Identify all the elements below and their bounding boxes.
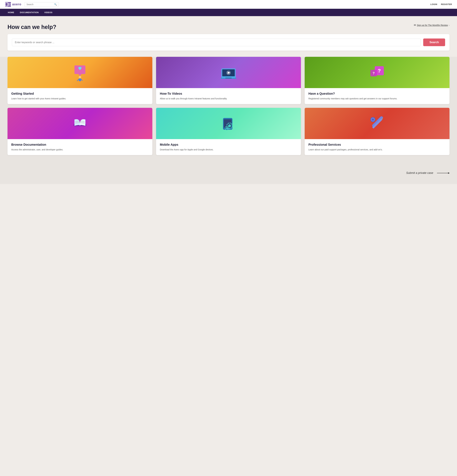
header-left: axero 🔍 — [5, 2, 59, 7]
main-nav: HOME DOCUMENTATION VIDEOS — [0, 9, 457, 16]
nav-documentation[interactable]: DOCUMENTATION — [17, 9, 42, 16]
card-body-howto: How-To Videos Allow us to walk you throu… — [156, 88, 301, 104]
mobile-illustration — [218, 113, 239, 134]
card-title-question: Have a Question? — [308, 92, 446, 95]
professional-illustration — [367, 113, 387, 134]
search-section: Search — [0, 30, 457, 57]
card-have-a-question[interactable]: ? ? Have a Question? Registered communit… — [305, 57, 449, 104]
card-desc-howto: Allow us to walk you through Axero Intra… — [160, 97, 297, 100]
browse-illustration — [70, 113, 90, 134]
search-icon: 🔍 — [54, 3, 57, 6]
search-box: Search — [8, 34, 449, 51]
card-title-browse: Browse Documentation — [11, 143, 149, 146]
question-illustration: ? ? — [367, 62, 387, 83]
card-desc-getting-started: Learn how to get started with your Axero… — [11, 97, 149, 100]
card-body-professional: Professional Services Learn about our pa… — [305, 139, 449, 155]
card-body-mobile: Mobile Apps Download the Axero app for A… — [156, 139, 301, 155]
card-title-getting-started: Getting Started — [11, 92, 149, 95]
card-title-mobile: Mobile Apps — [160, 143, 297, 146]
card-title-howto: How-To Videos — [160, 92, 297, 95]
card-title-professional: Professional Services — [308, 143, 446, 146]
svg-text:?: ? — [378, 68, 381, 74]
cards-section: Getting Started Learn how to get started… — [0, 57, 457, 168]
register-link[interactable]: REGISTER — [441, 3, 452, 6]
card-desc-question: Registered community members may ask que… — [308, 97, 446, 100]
card-body-question: Have a Question? Registered community me… — [305, 88, 449, 104]
card-professional-services[interactable]: Professional Services Learn about our pa… — [305, 108, 449, 155]
card-browse-documentation[interactable]: Browse Documentation Access the administ… — [8, 108, 152, 155]
card-mobile-apps[interactable]: Mobile Apps Download the Axero app for A… — [156, 108, 301, 155]
header-search-input[interactable] — [26, 3, 53, 6]
card-image-professional — [305, 108, 449, 139]
svg-marker-3 — [78, 74, 82, 76]
svg-point-35 — [372, 119, 374, 121]
footer-area: Submit a private case — [0, 168, 457, 184]
getting-started-illustration — [70, 62, 90, 83]
nav-home[interactable]: HOME — [5, 9, 17, 16]
logo-icon — [5, 2, 11, 7]
chevron-right-icon: › — [449, 24, 449, 26]
card-image-getting-started — [8, 57, 152, 88]
header-right: LOGIN REGISTER — [430, 3, 452, 6]
howto-illustration — [218, 62, 239, 83]
main-search-input[interactable] — [12, 39, 421, 46]
cards-grid-top: Getting Started Learn how to get started… — [8, 57, 449, 104]
svg-point-32 — [226, 127, 228, 129]
card-body-getting-started: Getting Started Learn how to get started… — [8, 88, 152, 104]
svg-rect-13 — [225, 78, 232, 78]
page-title: How can we help? — [8, 24, 56, 30]
card-image-mobile — [156, 108, 301, 139]
card-getting-started[interactable]: Getting Started Learn how to get started… — [8, 57, 152, 104]
arrow-icon — [437, 173, 449, 173]
card-desc-browse: Access the administrator, user, and deve… — [11, 148, 149, 151]
card-image-question: ? ? — [305, 57, 449, 88]
header-search-bar[interactable]: 🔍 — [25, 2, 59, 7]
svg-text:?: ? — [373, 71, 374, 75]
svg-point-4 — [79, 76, 81, 78]
card-image-browse — [8, 108, 152, 139]
email-icon: ✉ — [414, 24, 416, 27]
search-button[interactable]: Search — [423, 39, 445, 46]
card-desc-mobile: Download the Axero app for Apple and Goo… — [160, 148, 297, 151]
card-howto-videos[interactable]: How-To Videos Allow us to walk you throu… — [156, 57, 301, 104]
card-desc-professional: Learn about our paid support packages, p… — [308, 148, 446, 151]
svg-rect-5 — [79, 78, 81, 81]
cards-grid-bottom: Browse Documentation Access the administ… — [8, 108, 449, 155]
monthly-review-link[interactable]: ✉ Sign up for The Monthly Review › — [414, 24, 449, 27]
login-link[interactable]: LOGIN — [430, 3, 437, 6]
logo[interactable]: axero — [5, 2, 21, 7]
card-image-howto — [156, 57, 301, 88]
nav-videos[interactable]: VIDEOS — [42, 9, 55, 16]
svg-rect-1 — [9, 4, 10, 5]
logo-text: axero — [12, 2, 21, 6]
svg-line-6 — [77, 79, 79, 81]
card-body-browse: Browse Documentation Access the administ… — [8, 139, 152, 155]
header: axero 🔍 LOGIN REGISTER — [0, 0, 457, 9]
hero-section: How can we help? ✉ Sign up for The Month… — [0, 16, 457, 30]
submit-case-link[interactable]: Submit a private case — [406, 171, 449, 175]
submit-case-label: Submit a private case — [406, 171, 433, 175]
svg-line-7 — [81, 79, 82, 80]
monthly-review-text: Sign up for The Monthly Review — [417, 24, 448, 26]
